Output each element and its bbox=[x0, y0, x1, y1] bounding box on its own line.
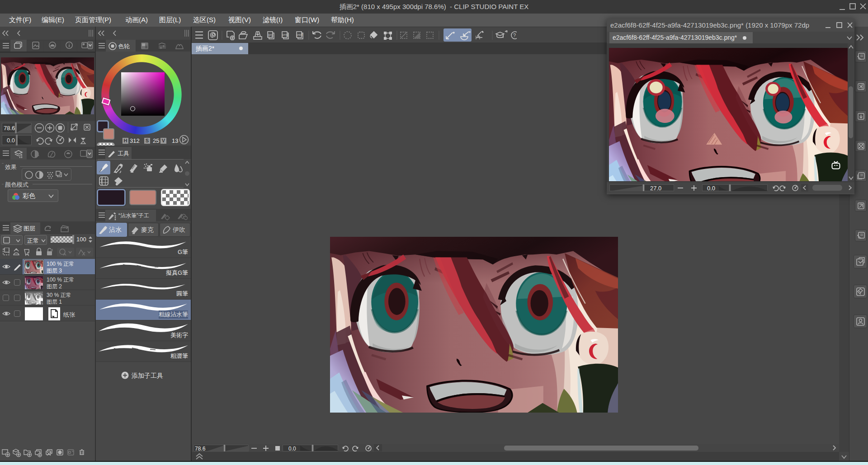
svg-text:psd: psd bbox=[297, 33, 302, 37]
svg-text:png: png bbox=[282, 33, 288, 37]
svg-text:?: ? bbox=[513, 33, 516, 38]
svg-text:jpg: jpg bbox=[268, 33, 273, 37]
